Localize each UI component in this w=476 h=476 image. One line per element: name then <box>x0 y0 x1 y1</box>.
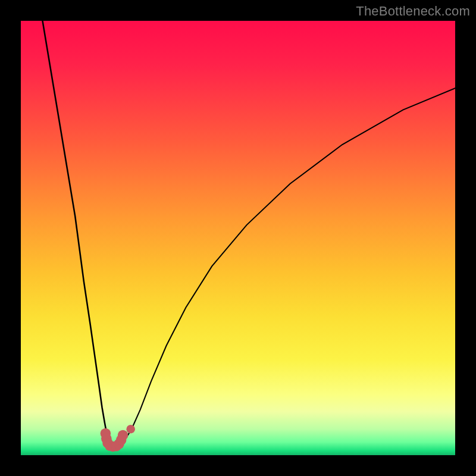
curve-group <box>43 21 456 446</box>
u-marker-right-top <box>118 430 129 441</box>
chart-frame: TheBottleneck.com <box>0 0 476 476</box>
marker-group <box>101 425 135 452</box>
curve-left-branch <box>43 21 109 442</box>
chart-svg <box>21 21 455 455</box>
plot-area <box>21 21 455 455</box>
curve-right-branch <box>109 88 455 446</box>
watermark-text: TheBottleneck.com <box>356 4 470 19</box>
detached-dot <box>126 425 135 434</box>
